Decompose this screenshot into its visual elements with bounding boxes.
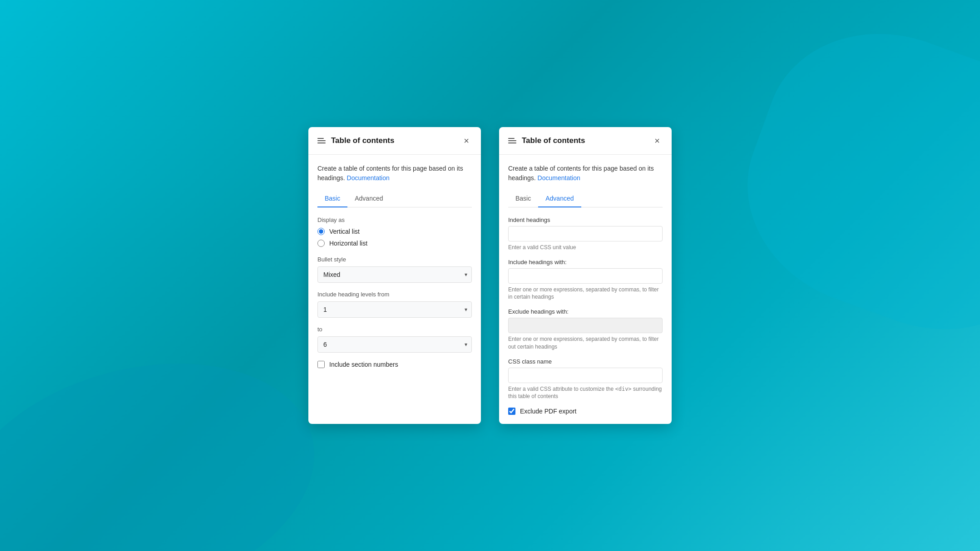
dialog-advanced-tabs: Basic Advanced xyxy=(508,191,663,207)
dialog-basic-body: Create a table of contents for this page… xyxy=(308,155,481,377)
bullet-style-group: Bullet style Mixed Bullets Numbers None … xyxy=(317,256,472,283)
indent-headings-group: Indent headings Enter a valid CSS unit v… xyxy=(508,216,663,251)
radio-horizontal-list[interactable]: Horizontal list xyxy=(317,240,472,247)
dialog-header-left: Table of contents xyxy=(317,136,394,145)
exclude-headings-with-label: Exclude headings with: xyxy=(508,308,663,315)
dialog-adv-header-left: Table of contents xyxy=(508,136,585,145)
heading-from-select-wrapper: 1 2 3 4 5 6 ▾ xyxy=(317,301,472,318)
css-class-name-label: CSS class name xyxy=(508,358,663,365)
adv-tab-basic[interactable]: Basic xyxy=(508,191,538,207)
radio-vertical-input[interactable] xyxy=(317,228,325,235)
dialog-basic-header: Table of contents × xyxy=(308,127,481,155)
heading-levels-label: Include heading levels from xyxy=(317,291,472,298)
indent-headings-input[interactable] xyxy=(508,226,663,241)
css-class-name-input[interactable] xyxy=(508,368,663,383)
dialog-basic-title: Table of contents xyxy=(331,136,394,145)
menu-icon[interactable] xyxy=(317,138,326,143)
tab-advanced[interactable]: Advanced xyxy=(347,191,390,207)
css-class-name-hint: Enter a valid CSS attribute to customize… xyxy=(508,385,663,401)
dialog-basic: Table of contents × Create a table of co… xyxy=(308,127,481,424)
display-as-label: Display as xyxy=(317,216,472,223)
exclude-pdf-label: Exclude PDF export xyxy=(520,408,577,415)
include-headings-with-input[interactable] xyxy=(508,268,663,284)
dialog-basic-description: Create a table of contents for this page… xyxy=(317,164,472,183)
dialog-advanced-title: Table of contents xyxy=(522,136,585,145)
radio-vertical-label: Vertical list xyxy=(329,228,360,235)
adv-tab-advanced[interactable]: Advanced xyxy=(538,191,581,207)
dialog-advanced-description: Create a table of contents for this page… xyxy=(508,164,663,183)
bullet-style-select-wrapper: Mixed Bullets Numbers None ▾ xyxy=(317,266,472,283)
heading-to-select-wrapper: 1 2 3 4 5 6 ▾ xyxy=(317,336,472,353)
include-headings-with-group: Include headings with: Enter one or more… xyxy=(508,259,663,301)
css-class-name-group: CSS class name Enter a valid CSS attribu… xyxy=(508,358,663,401)
heading-to-select[interactable]: 1 2 3 4 5 6 xyxy=(317,336,472,353)
bullet-style-label: Bullet style xyxy=(317,256,472,263)
include-section-numbers-label: Include section numbers xyxy=(329,361,398,368)
exclude-headings-with-hint: Enter one or more expressions, separated… xyxy=(508,335,663,351)
bullet-style-select[interactable]: Mixed Bullets Numbers None xyxy=(317,266,472,283)
indent-headings-hint: Enter a valid CSS unit value xyxy=(508,244,663,251)
to-label: to xyxy=(317,326,472,333)
exclude-pdf-row: Exclude PDF export xyxy=(508,408,663,415)
display-as-radio-group: Vertical list Horizontal list xyxy=(317,228,472,247)
dialog-basic-doc-link[interactable]: Documentation xyxy=(347,174,390,182)
include-headings-with-hint: Enter one or more expressions, separated… xyxy=(508,286,663,301)
heading-from-group: Include heading levels from 1 2 3 4 5 6 … xyxy=(317,291,472,318)
exclude-headings-with-input[interactable] xyxy=(508,318,663,333)
dialog-basic-tabs: Basic Advanced xyxy=(317,191,472,207)
heading-from-select[interactable]: 1 2 3 4 5 6 xyxy=(317,301,472,318)
radio-horizontal-label: Horizontal list xyxy=(329,240,367,247)
dialogs-container: Table of contents × Create a table of co… xyxy=(308,127,672,424)
tab-basic[interactable]: Basic xyxy=(317,191,347,207)
dialog-advanced-header: Table of contents × xyxy=(499,127,672,155)
exclude-headings-with-group: Exclude headings with: Enter one or more… xyxy=(508,308,663,351)
adv-menu-icon[interactable] xyxy=(508,138,516,143)
dialog-advanced: Table of contents × Create a table of co… xyxy=(499,127,672,424)
include-headings-with-label: Include headings with: xyxy=(508,259,663,266)
include-section-numbers-checkbox[interactable] xyxy=(317,361,325,368)
heading-to-group: to 1 2 3 4 5 6 ▾ xyxy=(317,326,472,353)
radio-vertical-list[interactable]: Vertical list xyxy=(317,228,472,235)
dialog-advanced-doc-link[interactable]: Documentation xyxy=(538,174,580,182)
radio-horizontal-input[interactable] xyxy=(317,240,325,247)
dialog-basic-close-button[interactable]: × xyxy=(461,135,472,146)
indent-headings-label: Indent headings xyxy=(508,216,663,223)
include-section-numbers-item[interactable]: Include section numbers xyxy=(317,361,472,368)
dialog-advanced-close-button[interactable]: × xyxy=(652,135,663,146)
exclude-pdf-checkbox[interactable] xyxy=(508,408,515,415)
dialog-advanced-body: Create a table of contents for this page… xyxy=(499,155,672,424)
